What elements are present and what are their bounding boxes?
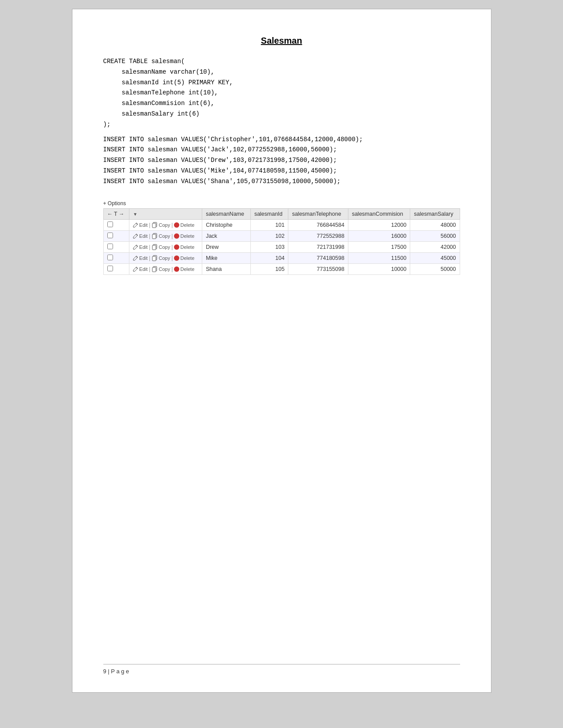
salesman-salary-cell: 42000 [410, 241, 460, 252]
copy-button[interactable]: Copy [152, 233, 170, 239]
edit-button[interactable]: Edit [133, 233, 147, 239]
delete-icon [174, 222, 179, 228]
table-row: Edit | Copy | Delete Drew103721731998175… [103, 241, 460, 252]
salesman-name-cell: Mike [202, 252, 251, 263]
col-salesman-telephone[interactable]: salesmanTelephone [288, 208, 348, 219]
row-actions-cell: Edit | Copy | Delete [129, 230, 202, 241]
salesman-commision-cell: 12000 [348, 219, 410, 230]
row-actions-cell: Edit | Copy | Delete [129, 219, 202, 230]
table-row: Edit | Copy | Delete Mike104774180598115… [103, 252, 460, 263]
salesman-id-cell: 101 [250, 219, 288, 230]
pencil-icon [133, 222, 138, 228]
salesman-commision-cell: 16000 [348, 230, 410, 241]
footer-text: 9 | P a g e [103, 668, 129, 675]
salesman-id-cell: 104 [250, 252, 288, 263]
delete-icon [174, 266, 179, 272]
salesman-commision-cell: 10000 [348, 263, 410, 274]
page-container: Salesman CREATE TABLE salesman( salesman… [72, 9, 491, 693]
options-bar[interactable]: + Options [103, 200, 460, 206]
insert-line: INSERT INTO salesman VALUES('Shana',105,… [103, 176, 460, 187]
svg-rect-5 [152, 245, 156, 250]
svg-rect-7 [152, 256, 156, 261]
create-table-code: CREATE TABLE salesman( salesmanName varc… [103, 56, 460, 130]
col-salesman-name[interactable]: salesmanName [202, 208, 251, 219]
delete-button[interactable]: Delete [174, 244, 194, 250]
salesman-table: ← T → ▼ salesmanName salesmanId salesman… [103, 208, 460, 275]
col-salesman-salary[interactable]: salesmanSalary [410, 208, 460, 219]
salesman-id-cell: 105 [250, 263, 288, 274]
col-resize-icon: T [114, 211, 117, 217]
copy-icon [152, 222, 158, 228]
copy-button[interactable]: Copy [152, 222, 170, 228]
edit-button[interactable]: Edit [133, 255, 147, 261]
copy-button[interactable]: Copy [152, 244, 170, 250]
salesman-name-cell: Drew [202, 241, 251, 252]
delete-button[interactable]: Delete [174, 255, 194, 261]
row-checkbox-cell[interactable] [103, 230, 129, 241]
insert-line: INSERT INTO salesman VALUES('Mike',104,0… [103, 166, 460, 176]
insert-line: INSERT INTO salesman VALUES('Jack',102,0… [103, 145, 460, 155]
copy-button[interactable]: Copy [152, 255, 170, 261]
salesman-id-cell: 103 [250, 241, 288, 252]
delete-button[interactable]: Delete [174, 266, 194, 272]
table-row: Edit | Copy | Delete Shana10577315509810… [103, 263, 460, 274]
row-checkbox[interactable] [107, 244, 113, 249]
col-sort[interactable]: ▼ [129, 208, 202, 219]
salesman-telephone-cell: 774180598 [288, 252, 348, 263]
arrow-left-icon[interactable]: ← [107, 211, 113, 217]
row-checkbox-cell[interactable] [103, 219, 129, 230]
row-checkbox[interactable] [107, 221, 113, 227]
svg-rect-9 [152, 267, 156, 272]
insert-line: INSERT INTO salesman VALUES('Christopher… [103, 135, 460, 145]
table-row: Edit | Copy | Delete Jack102772552988160… [103, 230, 460, 241]
col-salesman-id[interactable]: salesmanId [250, 208, 288, 219]
salesman-telephone-cell: 773155098 [288, 263, 348, 274]
delete-button[interactable]: Delete [174, 222, 194, 228]
salesman-name-cell: Shana [202, 263, 251, 274]
svg-rect-3 [152, 234, 156, 239]
delete-icon [174, 233, 179, 239]
row-checkbox-cell[interactable] [103, 252, 129, 263]
salesman-salary-cell: 50000 [410, 263, 460, 274]
salesman-salary-cell: 56000 [410, 230, 460, 241]
salesman-commision-cell: 11500 [348, 252, 410, 263]
edit-button[interactable]: Edit [133, 244, 147, 250]
salesman-telephone-cell: 721731998 [288, 241, 348, 252]
salesman-id-cell: 102 [250, 230, 288, 241]
row-checkbox[interactable] [107, 255, 113, 260]
salesman-salary-cell: 48000 [410, 219, 460, 230]
row-checkbox[interactable] [107, 266, 113, 271]
edit-button[interactable]: Edit [133, 266, 147, 272]
pencil-icon [133, 233, 138, 239]
insert-line: INSERT INTO salesman VALUES('Drew',103,0… [103, 155, 460, 166]
sort-icon: ▼ [133, 212, 137, 217]
copy-button[interactable]: Copy [152, 266, 170, 272]
salesman-telephone-cell: 772552988 [288, 230, 348, 241]
arrow-right-icon[interactable]: → [119, 211, 125, 217]
row-checkbox-cell[interactable] [103, 241, 129, 252]
page-footer: 9 | P a g e [103, 664, 460, 675]
row-actions-cell: Edit | Copy | Delete [129, 241, 202, 252]
edit-button[interactable]: Edit [133, 222, 147, 228]
copy-icon [152, 244, 158, 250]
page-title: Salesman [103, 36, 460, 46]
copy-icon [152, 255, 158, 261]
delete-icon [174, 255, 179, 261]
salesman-telephone-cell: 766844584 [288, 219, 348, 230]
salesman-name-cell: Christophe [202, 219, 251, 230]
row-actions-cell: Edit | Copy | Delete [129, 252, 202, 263]
insert-code-block: INSERT INTO salesman VALUES('Christopher… [103, 135, 460, 187]
pencil-icon [133, 255, 138, 261]
col-nav[interactable]: ← T → [103, 208, 129, 219]
table-row: Edit | Copy | Delete Christophe101766844… [103, 219, 460, 230]
row-checkbox-cell[interactable] [103, 263, 129, 274]
svg-rect-1 [152, 223, 156, 228]
delete-button[interactable]: Delete [174, 233, 194, 239]
delete-icon [174, 244, 179, 250]
col-salesman-commision[interactable]: salesmanCommision [348, 208, 410, 219]
row-actions-cell: Edit | Copy | Delete [129, 263, 202, 274]
copy-icon [152, 233, 158, 239]
row-checkbox[interactable] [107, 233, 113, 238]
salesman-salary-cell: 45000 [410, 252, 460, 263]
copy-icon [152, 266, 158, 272]
